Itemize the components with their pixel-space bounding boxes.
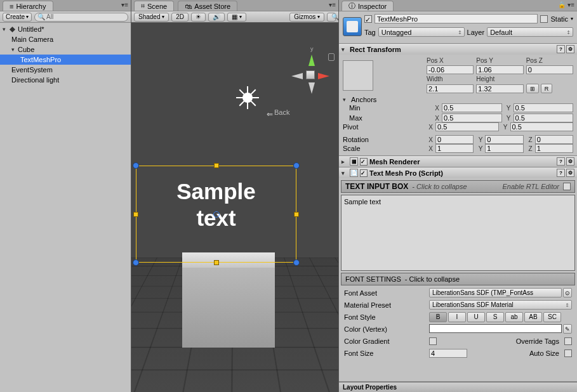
panel-menu-icon[interactable]: 🔒 ▾≡ <box>558 1 574 8</box>
anchor-maxx-input[interactable] <box>442 114 502 122</box>
lowercase-button[interactable]: ab <box>505 312 523 322</box>
fold-icon[interactable]: ▾ <box>342 46 348 53</box>
scene-root[interactable]: ▾ Untitled* <box>0 24 131 34</box>
scene-tab[interactable]: ⌗ Scene <box>134 1 174 11</box>
auto-size-checkbox[interactable] <box>564 350 572 357</box>
help-icon[interactable]: ? <box>557 157 565 166</box>
object-picker-button[interactable]: ⊙ <box>563 288 572 297</box>
rot-y-input[interactable] <box>485 135 523 144</box>
corner-handle[interactable] <box>293 259 300 266</box>
corner-handle[interactable] <box>133 162 139 169</box>
corner-handle[interactable] <box>293 162 300 169</box>
gizmo-x-axis[interactable] <box>318 73 329 79</box>
text-input-box-header[interactable]: TEXT INPUT BOX - Click to collapse Enabl… <box>341 180 575 193</box>
font-settings-header[interactable]: FONT SETTINGS - Click to collapse <box>341 273 575 285</box>
hierarchy-tab[interactable]: ≡ Hierarchy <box>3 1 53 11</box>
pivot-y-input[interactable] <box>510 122 574 131</box>
lighting-toggle[interactable]: ☀ <box>191 13 206 22</box>
blueprint-button[interactable]: ⊞ <box>526 84 539 93</box>
scale-y-input[interactable] <box>485 144 523 153</box>
tree-item[interactable]: ▾Cube <box>0 44 131 55</box>
panel-menu-icon[interactable]: ▾≡ <box>121 1 128 8</box>
anchor-miny-input[interactable] <box>514 103 574 112</box>
orientation-gizmo[interactable] <box>288 52 332 96</box>
gizmo-neg-x[interactable] <box>291 73 303 79</box>
hierarchy-search[interactable]: 🔍 All <box>34 13 128 22</box>
uppercase-button[interactable]: AB <box>524 312 542 322</box>
resize-handle[interactable] <box>214 260 219 265</box>
color-gradient-checkbox[interactable] <box>429 337 437 345</box>
corner-handle[interactable] <box>133 259 139 266</box>
bold-button[interactable]: B <box>429 312 447 322</box>
fold-icon[interactable]: ▾ <box>11 46 18 53</box>
tree-item[interactable]: Main Camera <box>0 34 131 44</box>
fold-icon[interactable]: ▾ <box>343 96 349 103</box>
layout-properties-footer[interactable]: Layout Properties <box>339 382 577 392</box>
inspector-tab[interactable]: ⓘ Inspector <box>342 1 394 11</box>
smallcaps-button[interactable]: SC <box>543 312 561 322</box>
gear-icon[interactable]: ⚙ <box>566 169 574 177</box>
anchor-minx-input[interactable] <box>442 103 502 112</box>
tmp-header[interactable]: ▾ 📄 ✓ Text Mesh Pro (Script) ?⚙ <box>339 167 577 178</box>
font-asset-field[interactable]: LiberationSans SDF (TMP_FontAss <box>429 288 562 297</box>
mesh-renderer-header[interactable]: ▸ ▦ ✓ Mesh Renderer ?⚙ <box>339 156 577 167</box>
height-input[interactable] <box>476 84 523 93</box>
tree-item-selected[interactable]: TextMeshPro <box>0 55 131 65</box>
raw-edit-button[interactable]: R <box>541 84 553 93</box>
resize-handle[interactable] <box>294 212 299 217</box>
scale-x-input[interactable] <box>435 144 474 153</box>
fold-icon[interactable]: ▾ <box>3 26 9 32</box>
scene-search[interactable]: 🔍 <box>327 13 336 22</box>
override-tags-checkbox[interactable] <box>564 337 572 345</box>
rot-z-input[interactable] <box>535 135 573 144</box>
tag-dropdown[interactable]: Untagged‡ <box>378 27 465 37</box>
help-icon[interactable]: ? <box>557 45 565 53</box>
light-gizmo[interactable] <box>236 86 259 109</box>
layer-dropdown[interactable]: Default‡ <box>487 27 573 37</box>
static-checkbox[interactable] <box>540 15 548 23</box>
component-enabled-checkbox[interactable]: ✓ <box>360 169 368 177</box>
fold-icon[interactable]: ▾ <box>342 170 348 176</box>
scene-view[interactable]: ⇐ Back Sampletext <box>131 23 338 392</box>
rect-transform-header[interactable]: ▾ Rect Transform ?⚙ <box>339 44 577 55</box>
resize-handle[interactable] <box>133 212 138 217</box>
help-icon[interactable]: ? <box>557 169 565 177</box>
material-preset-dropdown[interactable]: LiberationSans SDF Material‡ <box>429 300 572 310</box>
fx-dropdown[interactable]: ▦ ▾ <box>227 13 246 22</box>
component-enabled-checkbox[interactable]: ✓ <box>360 158 368 166</box>
tree-item[interactable]: EventSystem <box>0 65 131 75</box>
cube-mesh[interactable] <box>182 268 275 348</box>
panel-menu-icon[interactable]: ▾≡ <box>329 1 336 8</box>
posx-input[interactable] <box>427 65 474 74</box>
asset-store-tab[interactable]: 🛍 Asset Store <box>178 1 237 11</box>
strike-button[interactable]: S <box>486 312 504 322</box>
audio-toggle[interactable]: 🔊 <box>208 13 225 22</box>
text-input-area[interactable]: Sample text <box>341 195 575 271</box>
gizmo-neg-y[interactable] <box>308 82 315 94</box>
underline-button[interactable]: U <box>467 312 485 322</box>
rot-x-input[interactable] <box>435 135 474 144</box>
scale-z-input[interactable] <box>535 144 573 153</box>
shading-dropdown[interactable]: Shaded ▾ <box>134 13 169 22</box>
gizmo-y-axis[interactable] <box>308 55 315 66</box>
gizmos-dropdown[interactable]: Gizmos ▾ <box>289 13 324 22</box>
gameobject-icon[interactable] <box>343 17 362 36</box>
pivot-x-input[interactable] <box>435 122 499 131</box>
posz-input[interactable] <box>526 65 573 74</box>
fold-icon[interactable]: ▸ <box>342 159 348 165</box>
create-button[interactable]: Create ▾ <box>3 13 32 22</box>
anchor-maxy-input[interactable] <box>514 114 574 122</box>
anchor-preset-button[interactable] <box>343 60 373 91</box>
gear-icon[interactable]: ⚙ <box>566 45 574 53</box>
gear-icon[interactable]: ⚙ <box>566 157 574 166</box>
pivot-handle[interactable] <box>213 211 220 218</box>
italic-button[interactable]: I <box>448 312 466 322</box>
rect-selection[interactable] <box>136 166 296 263</box>
gizmo-cube[interactable] <box>306 70 315 79</box>
caret-down-icon[interactable]: ▾ <box>571 16 573 22</box>
2d-toggle[interactable]: 2D <box>171 13 189 22</box>
resize-handle[interactable] <box>214 163 219 168</box>
posy-input[interactable] <box>476 65 523 74</box>
rtl-checkbox[interactable] <box>563 183 571 190</box>
tree-item[interactable]: Directional light <box>0 75 131 85</box>
